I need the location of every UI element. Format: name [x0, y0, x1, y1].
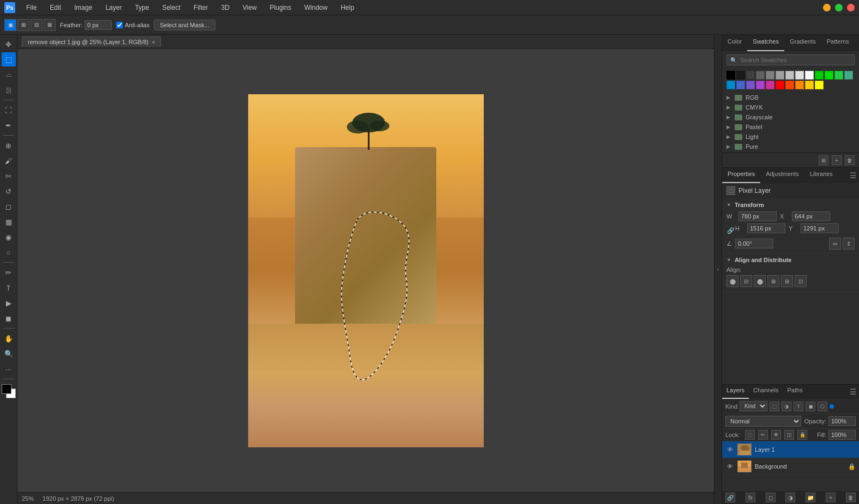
intersect-selection-btn[interactable]: ⊠ [44, 19, 56, 31]
angle-input[interactable] [735, 239, 773, 248]
tab-swatches[interactable]: Swatches [747, 35, 784, 51]
align-bottom-button[interactable]: ⊡ [795, 275, 807, 287]
add-selection-btn[interactable]: ⊞ [17, 19, 29, 31]
tab-layers[interactable]: Layers [722, 385, 749, 399]
swatch-blue2[interactable] [736, 81, 745, 89]
swatch-teal[interactable] [844, 71, 853, 80]
transform-header[interactable]: ▼ Transform [726, 202, 855, 208]
delete-layer-button[interactable]: 🗑 [846, 493, 856, 502]
swatch-white[interactable] [805, 71, 814, 80]
align-center-v-button[interactable]: ⊞ [781, 275, 793, 287]
fill-input[interactable] [828, 430, 856, 440]
swatch-orange2[interactable] [795, 81, 804, 89]
menu-window[interactable]: Window [302, 3, 330, 13]
filter-text-btn[interactable]: T [794, 402, 803, 411]
tab-gradients[interactable]: Gradients [784, 35, 821, 51]
swatch-purple1[interactable] [746, 81, 755, 89]
healing-brush-tool[interactable]: ⊕ [2, 138, 16, 153]
new-group-layer-button[interactable]: 📁 [806, 493, 815, 502]
new-layer-button[interactable]: + [826, 493, 836, 502]
swatch-black[interactable] [726, 71, 735, 80]
x-input[interactable] [792, 211, 830, 221]
tab-paths[interactable]: Paths [783, 385, 807, 399]
lock-position-btn[interactable]: ✥ [771, 430, 781, 440]
swatch-darkgray2[interactable] [746, 71, 755, 80]
new-swatch-button[interactable]: + [832, 155, 842, 165]
tab-libraries[interactable]: Libraries [804, 168, 838, 183]
shape-tool[interactable]: ◼ [2, 311, 16, 325]
panel-menu-icon[interactable]: ☰ [850, 171, 857, 180]
menu-layer[interactable]: Layer [103, 3, 124, 13]
maximize-button[interactable] [835, 4, 843, 11]
swatch-orange1[interactable] [785, 81, 794, 89]
swatch-group-light[interactable]: ▶ Light [726, 132, 855, 142]
align-left-button[interactable]: ⬤ [726, 275, 738, 287]
swatch-group-rgb[interactable]: ▶ RGB [726, 93, 855, 102]
swatch-darkgray1[interactable] [736, 71, 745, 80]
add-mask-button[interactable]: ◻ [766, 493, 776, 502]
lock-pixels-btn[interactable]: ✏ [758, 430, 768, 440]
kind-select[interactable]: Kind [740, 401, 767, 411]
document-tab[interactable]: remove object 1.jpg @ 25% (Layer 1, RGB/… [22, 37, 161, 47]
swatch-lightgray1[interactable] [776, 71, 784, 80]
eyedropper-tool[interactable]: ✒ [2, 118, 16, 132]
align-top-button[interactable]: ⊠ [767, 275, 779, 287]
tab-properties[interactable]: Properties [722, 168, 760, 183]
dodge-tool[interactable]: ○ [2, 245, 16, 259]
align-center-h-button[interactable]: ⊟ [740, 275, 752, 287]
menu-help[interactable]: Help [339, 3, 357, 13]
pen-tool[interactable]: ✏ [2, 265, 16, 280]
align-header[interactable]: ▼ Align and Distribute [726, 257, 855, 263]
opacity-input[interactable] [828, 416, 856, 426]
swatch-yellow2[interactable] [815, 81, 824, 89]
tab-patterns[interactable]: Patterns [821, 35, 855, 51]
background-visibility[interactable]: 👁 [725, 462, 734, 471]
swatch-green1[interactable] [815, 71, 824, 80]
magic-wand-tool[interactable]: ⍄ [2, 83, 16, 97]
minimize-button[interactable] [823, 4, 831, 11]
menu-type[interactable]: Type [133, 3, 151, 13]
swatch-red[interactable] [776, 81, 784, 89]
menu-plugins[interactable]: Plugins [268, 3, 293, 13]
swatch-midgray1[interactable] [756, 71, 765, 80]
canvas-area[interactable] [17, 49, 714, 492]
anti-alias-checkbox[interactable] [116, 22, 123, 28]
menu-file[interactable]: File [24, 3, 39, 13]
menu-3d[interactable]: 3D [219, 3, 231, 13]
crop-tool[interactable]: ⛶ [2, 103, 16, 117]
swatch-group-pure[interactable]: ▶ Pure [726, 142, 855, 151]
gradient-tool[interactable]: ▦ [2, 215, 16, 229]
layer-1-visibility[interactable]: 👁 [725, 445, 734, 454]
menu-filter[interactable]: Filter [191, 3, 211, 13]
swatch-midgray2[interactable] [766, 71, 774, 80]
tab-channels[interactable]: Channels [749, 385, 783, 399]
select-and-mask-button[interactable]: Select and Mask... [154, 20, 215, 31]
swatch-yellow1[interactable] [805, 81, 814, 89]
brush-tool[interactable]: 🖌 [2, 154, 16, 168]
flip-v-button[interactable]: ⇕ [843, 238, 855, 250]
swatch-search-input[interactable] [726, 54, 855, 65]
height-input[interactable] [747, 223, 785, 233]
swatch-lightgray2[interactable] [785, 71, 794, 80]
tab-adjustments[interactable]: Adjustments [760, 168, 804, 183]
subtract-selection-btn[interactable]: ⊟ [31, 19, 43, 31]
new-group-button[interactable]: ⊞ [819, 155, 828, 165]
hand-tool[interactable]: ✋ [2, 331, 16, 345]
foreground-color[interactable] [2, 384, 11, 394]
blend-mode-select[interactable]: Normal Multiply Screen [725, 416, 801, 427]
delete-swatch-button[interactable]: 🗑 [845, 155, 855, 165]
new-selection-btn[interactable]: ▣ [4, 19, 16, 31]
more-tools[interactable]: ··· [2, 362, 16, 376]
zoom-tool[interactable]: 🔍 [2, 347, 16, 361]
new-adjustment-button[interactable]: ◑ [785, 493, 795, 502]
move-tool[interactable]: ✥ [2, 37, 16, 51]
swatch-group-grayscale[interactable]: ▶ Grayscale [726, 112, 855, 122]
lock-all-btn[interactable]: 🔒 [797, 430, 807, 440]
swatch-blue1[interactable] [726, 81, 735, 89]
history-brush-tool[interactable]: ↺ [2, 184, 16, 198]
align-right-button[interactable]: ⬤ [754, 275, 766, 287]
layer-item-1[interactable]: 👁 Layer 1 [722, 441, 859, 458]
swatch-pink[interactable] [766, 81, 774, 89]
blur-tool[interactable]: ◉ [2, 230, 16, 244]
panel-collapse-button[interactable]: ‹ [714, 35, 722, 504]
